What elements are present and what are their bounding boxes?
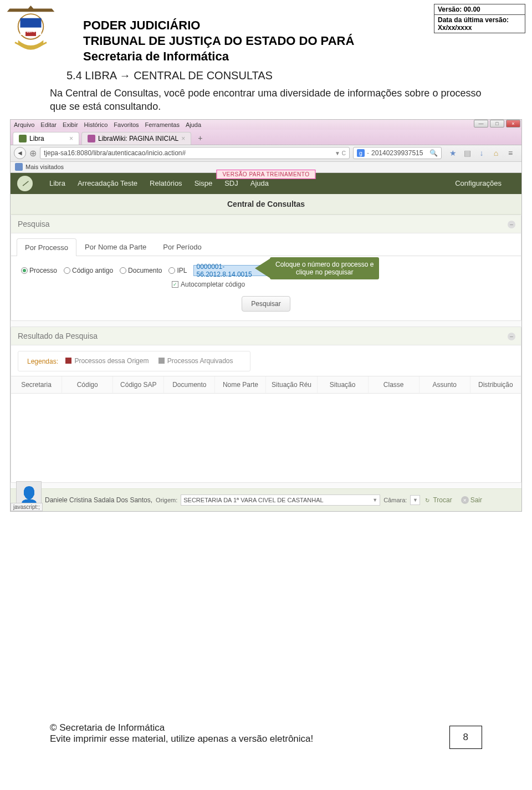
instruction-callout: Coloque o número do processo e clique no… xyxy=(255,257,379,280)
page-number: 8 xyxy=(449,726,482,749)
col-codigo-sap: Código SAP xyxy=(113,376,164,393)
tab-por-processo[interactable]: Por Processo xyxy=(17,238,76,256)
tab-por-periodo[interactable]: Por Período xyxy=(155,238,209,256)
search-value: 20140239937515 xyxy=(371,149,423,157)
col-documento: Documento xyxy=(164,376,215,393)
result-table-body xyxy=(11,394,521,482)
browser-search-input[interactable]: g - 20140239937515 🔍 xyxy=(353,147,442,159)
app-navbar: VERSÃO PARA TREINAMENTO ⟋ Libra Arrecada… xyxy=(11,173,521,194)
favicon-icon xyxy=(19,135,27,142)
footer-eco-note: Evite imprimir esse material, utilize ap… xyxy=(50,733,482,745)
tab-close-icon[interactable]: × xyxy=(181,135,185,142)
home-icon[interactable]: ⌂ xyxy=(492,149,500,157)
result-panel: Resultado da Pesquisa – Legendas: Proces… xyxy=(11,327,521,483)
radio-ipl[interactable]: IPL xyxy=(168,267,187,274)
col-classe: Classe xyxy=(369,376,420,393)
back-button[interactable]: ◄ xyxy=(14,147,26,159)
radio-codigo-antigo[interactable]: Código antigo xyxy=(64,267,113,274)
legend-arquivados: Processos Arquivados xyxy=(158,357,233,365)
bookmark-label[interactable]: Mais visitados xyxy=(25,164,64,170)
menu-ferramentas[interactable]: Ferramentas xyxy=(145,121,180,128)
org-line-1: PODER JUDICIÁRIO xyxy=(83,18,354,33)
browser-tab-librawiki[interactable]: LibraWiki: PAGINA INICIAL × xyxy=(81,132,191,145)
menu-exibir[interactable]: Exibir xyxy=(63,121,78,128)
menu-arquivo[interactable]: Arquivo xyxy=(14,121,34,128)
radio-processo[interactable]: Processo xyxy=(21,267,57,274)
google-icon: g xyxy=(357,149,365,157)
col-nome-parte: Nome Parte xyxy=(215,376,266,393)
search-panel-title: Pesquisa xyxy=(18,220,50,228)
globe-icon: ⊕ xyxy=(29,148,37,159)
legends-label: Legendas: xyxy=(27,358,58,365)
pesquisar-button[interactable]: Pesquisar xyxy=(242,296,290,312)
result-table-header: Secretaria Código Código SAP Documento N… xyxy=(11,376,521,394)
favicon-icon xyxy=(88,135,95,142)
version-label: Versão: 00.00 xyxy=(434,4,525,15)
nav-sispe[interactable]: Sispe xyxy=(195,179,213,187)
collapse-icon[interactable]: – xyxy=(508,333,515,340)
camara-select[interactable]: ▼ xyxy=(410,495,420,505)
user-name: Daniele Cristina Sadala Dos Santos, xyxy=(45,496,152,504)
col-situacao-reu: Situação Réu xyxy=(266,376,317,393)
refresh-icon: ↻ xyxy=(423,496,431,504)
menu-favoritos[interactable]: Favoritos xyxy=(114,121,139,128)
menu-editar[interactable]: Editar xyxy=(40,121,57,128)
nav-arrecadacao[interactable]: Arrecadação Teste xyxy=(78,179,137,187)
hamburger-icon[interactable]: ≡ xyxy=(506,149,515,157)
search-panel-header: Pesquisa – xyxy=(11,215,521,233)
autocomplete-label: Autocompletar código xyxy=(181,281,245,288)
nav-ajuda[interactable]: Ajuda xyxy=(250,179,269,187)
trocar-link[interactable]: ↻Trocar xyxy=(423,496,452,504)
col-distribuicao: Distribuição xyxy=(470,376,521,393)
autocomplete-checkbox[interactable]: ✓ xyxy=(172,281,178,288)
close-icon: × xyxy=(461,496,469,504)
menu-ajuda[interactable]: Ajuda xyxy=(186,121,201,128)
section-title: 5.4 LIBRA → CENTRAL DE CONSULTAS xyxy=(0,64,532,82)
footer-copyright: © Secretaria de Informática xyxy=(50,722,482,733)
sair-link[interactable]: ×Sair xyxy=(461,496,482,504)
origem-select[interactable]: SECRETARIA DA 1ª VARA CIVEL DE CASTANHAL… xyxy=(181,495,380,506)
version-box: Versão: 00.00 Data da última versão: Xx/… xyxy=(434,4,525,33)
close-button[interactable]: × xyxy=(506,120,520,128)
search-panel: Pesquisa – Por Processo Por Nome da Part… xyxy=(11,215,521,321)
camara-label: Câmara: xyxy=(383,497,407,503)
maximize-button[interactable]: □ xyxy=(490,120,504,128)
legends-box: Legendas: Processos dessa Origem Process… xyxy=(18,351,250,372)
app-footer: 👤 Daniele Cristina Sadala Dos Santos, Or… xyxy=(11,488,521,511)
new-tab-button[interactable]: + xyxy=(193,131,207,145)
url-input[interactable]: tjepa-sa16:8080/libra/autenticacao/inici… xyxy=(40,147,350,159)
collapse-icon[interactable]: – xyxy=(508,221,515,228)
organization-titles: PODER JUDICIÁRIO TRIBUNAL DE JUSTIÇA DO … xyxy=(83,18,354,64)
search-form-row: Processo Código antigo Documento IPL 000… xyxy=(11,256,521,281)
app-logo-icon: ⟋ xyxy=(17,176,33,191)
nav-relatorios[interactable]: Relatórios xyxy=(150,179,182,187)
radio-documento[interactable]: Documento xyxy=(120,267,162,274)
nav-libra[interactable]: Libra xyxy=(49,179,65,187)
browser-tab-libra[interactable]: Libra × xyxy=(13,132,79,145)
org-line-3: Secretaria de Informática xyxy=(83,49,354,64)
status-bar: javascript:; xyxy=(11,503,43,511)
bookmark-folder-icon xyxy=(15,163,23,171)
autocomplete-row: ✓ Autocompletar código xyxy=(11,281,521,296)
section-body: Na Central de Consultas, você pode encon… xyxy=(0,82,532,119)
page-footer: © Secretaria de Informática Evite imprim… xyxy=(0,722,532,756)
legend-origem: Processos dessa Origem xyxy=(65,357,149,365)
col-secretaria: Secretaria xyxy=(11,376,62,393)
court-logo: 1874 xyxy=(3,3,58,58)
origem-label: Origem: xyxy=(156,497,177,503)
nav-configuracoes[interactable]: Configurações xyxy=(455,179,502,187)
star-icon[interactable]: ★ xyxy=(448,149,457,157)
clipboard-icon[interactable]: ▤ xyxy=(463,149,472,157)
browser-tabs: Libra × LibraWiki: PAGINA INICIAL × + xyxy=(11,130,521,145)
search-icon[interactable]: 🔍 xyxy=(429,149,438,157)
minimize-button[interactable]: — xyxy=(474,120,488,128)
tab-close-icon[interactable]: × xyxy=(69,135,73,142)
url-dropdown-icon[interactable]: ▼ C xyxy=(335,150,346,156)
download-icon[interactable]: ↓ xyxy=(477,149,486,157)
search-tabs: Por Processo Por Nome da Parte Por Perío… xyxy=(11,238,521,256)
search-dash-icon: - xyxy=(367,149,369,157)
tab-por-nome[interactable]: Por Nome da Parte xyxy=(76,238,155,256)
nav-sdj[interactable]: SDJ xyxy=(224,179,238,187)
org-line-2: TRIBUNAL DE JUSTIÇA DO ESTADO DO PARÁ xyxy=(83,34,354,48)
menu-historico[interactable]: Histórico xyxy=(84,121,108,128)
